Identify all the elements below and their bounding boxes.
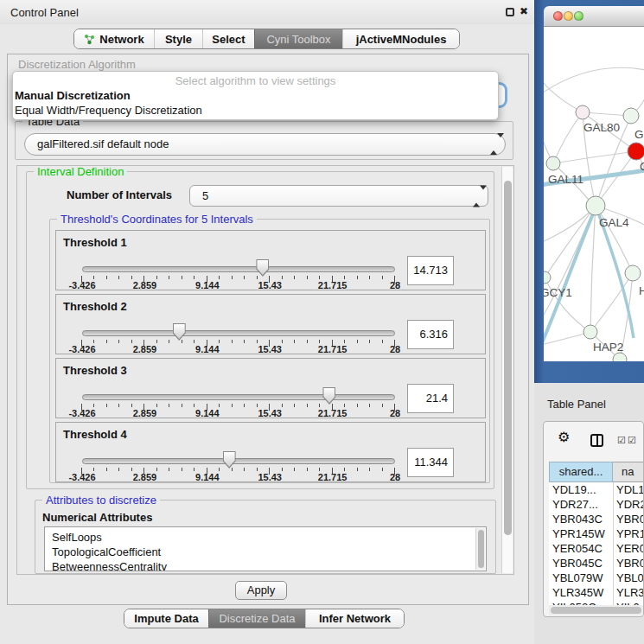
table-panel: Table Panel ⚙ ☑ ☑ shared... na YDL19...Y… (534, 383, 644, 644)
vertical-scrollbar-thumb[interactable] (504, 181, 512, 535)
number-of-intervals-combobox[interactable]: 5 (189, 185, 488, 207)
checkbox-icon[interactable]: ☑ (617, 435, 626, 446)
discretization-algorithm-label: Discretization Algorithm (18, 58, 136, 71)
numerical-attributes-list[interactable]: SelfLoopsTopologicalCoefficientBetweenne… (44, 526, 487, 571)
cell-name: YBR0 (613, 512, 644, 526)
dropdown-placeholder: Select algorithm to view settings (13, 74, 498, 88)
tab-label: Cyni Toolbox (266, 33, 330, 46)
control-panel-window: Control Panel ✖ NetworkStyleSelectCyni T… (0, 0, 534, 644)
table-data-value: galFiltered.sif default node (37, 137, 169, 150)
minimize-window-button[interactable] (564, 11, 573, 21)
network-node[interactable] (613, 353, 627, 361)
tab-style[interactable]: Style (154, 29, 202, 48)
table-header-row: shared... na (549, 462, 644, 482)
network-edge (590, 206, 596, 332)
table-rows: YDL19...YDL1YDR27...YDR2YBR043CYBR0YPR14… (549, 482, 644, 605)
close-window-button[interactable] (553, 11, 563, 21)
horizontal-scrollbar[interactable] (549, 605, 644, 615)
table-row[interactable]: YER054CYER0 (549, 541, 644, 556)
gear-icon[interactable]: ⚙ (558, 429, 570, 445)
network-window-titlebar[interactable] (544, 6, 644, 27)
column-header-name[interactable]: na (613, 462, 644, 482)
bottom-tab-bar: Impute DataDiscretize DataInfer Network (124, 609, 405, 628)
list-scrollbar[interactable] (475, 528, 485, 570)
network-node-c[interactable] (628, 143, 644, 160)
bottom-tab-impute-data[interactable]: Impute Data (124, 609, 208, 628)
table-row[interactable]: YDL19...YDL1 (549, 482, 644, 497)
table-data-combobox[interactable]: galFiltered.sif default node (24, 133, 506, 156)
cell-name: YBL0 (613, 571, 644, 585)
network-edge (553, 151, 636, 163)
panel-title: Control Panel (10, 6, 79, 19)
horizontal-scrollbar-thumb[interactable] (551, 607, 641, 614)
dropdown-option-manual-discretization[interactable]: Manual Discretization (13, 88, 498, 103)
threshold-panel-1: Threshold 1 -3.4262.8599.14415.4321.7152… (55, 230, 486, 290)
tab-select[interactable]: Select (202, 29, 254, 48)
network-edge (544, 67, 644, 94)
threshold-2-value-field[interactable]: 6.316 (407, 320, 454, 349)
tab-network[interactable]: Network (74, 29, 154, 48)
cell-shared-name: YBR043C (549, 512, 613, 526)
table-row[interactable]: YDR27...YDR2 (549, 497, 644, 512)
float-window-icon[interactable] (506, 8, 514, 16)
list-scrollbar-thumb[interactable] (478, 530, 484, 568)
node-label: GAL4 (599, 216, 629, 229)
network-node-gal4[interactable] (586, 196, 605, 215)
threshold-panel-4: Threshold 4 -3.4262.8599.14415.4321.7152… (55, 422, 486, 482)
attribute-item-selfloops[interactable]: SelfLoops (45, 527, 486, 545)
node-label: GCY1 (544, 286, 572, 299)
attribute-item-betweennesscentrality[interactable]: BetweennessCentrality (45, 559, 486, 571)
split-view-icon[interactable] (590, 434, 603, 447)
table-row[interactable]: YPR145WYPR1 (549, 526, 644, 541)
column-header-shared[interactable]: shared... (549, 462, 613, 482)
table-row[interactable]: YBL079WYBL0 (549, 571, 644, 585)
cell-shared-name: YBL079W (549, 571, 613, 585)
checkbox-icon[interactable]: ☑ (628, 435, 636, 446)
combo-spinner-icon (473, 186, 480, 206)
table-row[interactable]: YBR043CYBR0 (549, 512, 644, 526)
table-row[interactable]: YBR045CYBR0 (549, 556, 644, 571)
attributes-group-label: Attributes to discretize (42, 494, 160, 507)
cell-name: YDL1 (613, 482, 644, 497)
network-graph[interactable]: GAL80GCGAL11GAL4GCY1HHAP2 (544, 27, 644, 361)
combo-spinner-icon (490, 134, 497, 155)
tab-cyni-toolbox[interactable]: Cyni Toolbox (254, 29, 342, 48)
close-icon[interactable]: ✖ (520, 5, 528, 17)
network-node-h[interactable] (625, 265, 641, 281)
vertical-scrollbar[interactable] (501, 167, 513, 573)
threshold-3-value-field[interactable]: 21.4 (407, 384, 454, 413)
cell-shared-name: YBR045C (549, 556, 613, 571)
attributes-group: Attributes to discretize Numerical Attri… (35, 500, 496, 574)
algorithm-dropdown-popup: Select algorithm to view settings Manual… (12, 71, 499, 120)
tab-jactivemnodules[interactable]: jActiveMNodules (342, 29, 459, 48)
network-node-gal80[interactable] (576, 105, 590, 119)
control-panel-titlebar: Control Panel ✖ (0, 0, 534, 24)
screen: Control Panel ✖ NetworkStyleSelectCyni T… (0, 0, 644, 644)
cell-shared-name: YPR145W (549, 526, 613, 541)
table-row[interactable]: YLR345WYLR3 (549, 585, 644, 600)
network-canvas[interactable]: GAL80GCGAL11GAL4GCY1HHAP2 (544, 27, 644, 361)
top-tab-bar: NetworkStyleSelectCyni ToolboxjActiveMNo… (73, 29, 460, 49)
apply-button[interactable]: Apply (235, 581, 287, 600)
bottom-tab-discretize-data[interactable]: Discretize Data (208, 609, 305, 628)
tab-label: Infer Network (319, 612, 391, 625)
threshold-1-value-field[interactable]: 14.713 (407, 256, 454, 285)
node-label: GAL11 (548, 173, 583, 186)
network-node-hap2[interactable] (583, 325, 597, 339)
network-edge (544, 79, 583, 112)
network-view-window: GAL80GCGAL11GAL4GCY1HHAP2 (534, 0, 644, 383)
interval-definition-label: Interval Definition (34, 165, 127, 178)
network-node-g[interactable] (623, 108, 639, 124)
network-node-gal11[interactable] (546, 156, 560, 170)
zoom-window-button[interactable] (574, 11, 583, 21)
dropdown-option-equal-width-frequency[interactable]: Equal Width/Frequency Discretization (13, 103, 498, 118)
bottom-tab-infer-network[interactable]: Infer Network (305, 609, 404, 628)
node-label: GAL80 (583, 121, 620, 134)
tab-label: Network (99, 33, 143, 46)
threshold-4-value-field[interactable]: 11.344 (407, 448, 454, 477)
thresholds-group-label: Threshold's Coordinates for 5 Intervals (57, 213, 257, 226)
tab-label: Impute Data (134, 612, 198, 625)
network-node-gcy1[interactable] (544, 271, 551, 284)
cell-shared-name: YDL19... (549, 482, 613, 497)
attribute-item-topologicalcoefficient[interactable]: TopologicalCoefficient (45, 545, 486, 559)
